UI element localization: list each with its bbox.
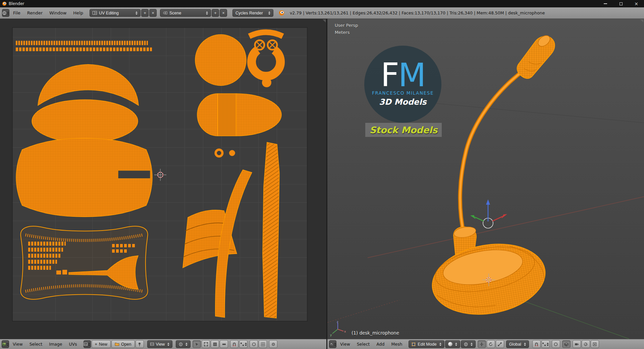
uv-pivot-dropdown[interactable] — [176, 340, 191, 348]
uv-proportional-edit-button[interactable] — [250, 340, 258, 348]
screen-layout-dropdown[interactable]: UV Editing — [90, 9, 141, 17]
dropdown-arrows-icon — [185, 343, 187, 346]
dropdown-arrows-icon — [206, 11, 208, 15]
uv-menu-image[interactable]: Image — [46, 341, 65, 348]
display-channel-dropdown[interactable]: View — [147, 340, 173, 348]
transform-orientation-dropdown[interactable]: Global — [506, 340, 529, 348]
dropdown-arrows-icon — [547, 343, 549, 346]
area-corner-grip[interactable] — [640, 19, 643, 22]
add-scene-button[interactable]: + — [212, 9, 219, 17]
view3d-editor-type-button[interactable] — [329, 340, 336, 348]
viewport-3d-area: User Persp Meters (1) desk_microphone F … — [326, 19, 644, 349]
uv-draw-other-objects-button[interactable] — [259, 340, 267, 348]
menu-help[interactable]: Help — [70, 9, 86, 16]
remove-layout-button[interactable]: × — [149, 9, 157, 17]
render-preview-button[interactable] — [582, 340, 590, 348]
menu-file[interactable]: File — [10, 9, 23, 16]
manipulator-translate-button[interactable] — [478, 340, 486, 348]
mode-dropdown[interactable]: Edit Mode — [409, 340, 444, 348]
close-button[interactable]: × — [629, 0, 644, 7]
open-image-button[interactable]: Open — [111, 340, 135, 348]
uv-selection-mode-face-button[interactable] — [211, 340, 219, 348]
snap-element-icon — [542, 342, 546, 346]
sticky-select-icon — [222, 342, 226, 346]
proportional-edit-button[interactable] — [552, 340, 560, 348]
new-image-button[interactable]: + New — [92, 340, 111, 348]
uv-island-cylinder-unwrap[interactable] — [197, 94, 281, 136]
translate-manipulator-icon — [480, 342, 484, 346]
v3d-menu-mesh[interactable]: Mesh — [388, 341, 405, 348]
area-corner-grip[interactable] — [323, 19, 326, 22]
screen-layout-icon — [93, 11, 97, 15]
magnet-icon — [535, 342, 538, 346]
add-layout-button[interactable]: + — [141, 9, 149, 17]
mode-value: Edit Mode — [418, 342, 436, 347]
render-engine-value: Cycles Render — [235, 11, 266, 15]
menu-window[interactable]: Window — [46, 9, 69, 16]
uv-render-size-button[interactable] — [269, 340, 277, 348]
v3d-menu-view[interactable]: View — [337, 341, 353, 348]
uv-menu-select[interactable]: Select — [26, 341, 46, 348]
render-engine-dropdown[interactable]: Cycles Render — [232, 9, 273, 17]
render-size-icon — [271, 342, 275, 346]
folder-icon — [115, 342, 119, 346]
dropdown-arrows-icon — [136, 11, 138, 15]
uv-selection-mode-vertex-button[interactable] — [202, 340, 210, 348]
remove-scene-button[interactable]: × — [220, 9, 227, 17]
render-opengl-icon — [593, 342, 597, 346]
pin-image-button[interactable] — [136, 340, 144, 348]
render-border-button[interactable] — [573, 340, 581, 348]
scene-value: Scene — [169, 11, 203, 15]
uv-snap-magnet-button[interactable] — [230, 340, 238, 348]
proportional-edit-icon — [554, 342, 558, 346]
uv-select-sync-button[interactable] — [193, 340, 201, 348]
menu-render[interactable]: Render — [24, 9, 46, 16]
uv-island-blade[interactable] — [263, 142, 279, 318]
shading-sphere-icon — [448, 342, 452, 346]
render-camera-icon — [575, 342, 579, 346]
dropdown-arrows-icon — [245, 343, 247, 346]
window-title: Blender — [9, 1, 24, 6]
limit-selection-visible-button[interactable] — [562, 340, 571, 348]
scene-dropdown[interactable]: Scene — [160, 9, 211, 17]
uv-sticky-select-button[interactable] — [220, 340, 228, 348]
fm-logo-letters: F M — [381, 62, 425, 89]
uv-island-circle[interactable] — [195, 35, 246, 86]
uv-menu-view[interactable]: View — [10, 341, 26, 348]
manipulator-rotate-button[interactable] — [487, 340, 495, 348]
magnet-icon — [232, 342, 236, 346]
display-channel-icon — [150, 343, 154, 346]
edit-mode-icon — [412, 342, 416, 346]
snap-magnet-button[interactable] — [532, 340, 541, 348]
fm-author-name: FRANCESCO MILANESE — [372, 90, 434, 96]
view-name-overlay: User Persp — [335, 23, 358, 28]
pivot-point-dropdown[interactable] — [461, 340, 476, 348]
uv-menu-uvs[interactable]: UVs — [66, 341, 80, 348]
uv-image-editor-area: View Select Image UVs + New Open View — [0, 19, 326, 349]
pivot-point-icon — [464, 342, 468, 346]
render-opengl-button[interactable] — [591, 340, 599, 348]
snap-element-button[interactable] — [541, 340, 550, 348]
uv-canvas-wrap — [0, 19, 326, 339]
uv-editor-header: View Select Image UVs + New Open View — [0, 339, 326, 349]
uv-editor-type-button[interactable] — [2, 340, 9, 348]
window-titlebar: Blender × — [0, 0, 644, 7]
fm-tagline: 3D Models — [379, 97, 426, 107]
maximize-icon — [620, 2, 623, 5]
uv-island-lens[interactable] — [32, 100, 138, 143]
maximize-button[interactable] — [613, 0, 629, 7]
v3d-menu-add[interactable]: Add — [373, 341, 387, 348]
v3d-menu-select[interactable]: Select — [354, 341, 373, 348]
browse-image-button[interactable] — [84, 340, 91, 348]
uv-canvas[interactable] — [0, 19, 326, 339]
rotate-manipulator-icon — [489, 342, 493, 346]
info-editor-type-button[interactable] — [2, 9, 9, 17]
dropdown-arrows-icon — [471, 343, 473, 346]
manipulator-scale-button[interactable] — [496, 340, 504, 348]
viewport-shading-dropdown[interactable] — [445, 340, 460, 348]
minimize-button[interactable] — [598, 0, 613, 7]
uv-island-barrel[interactable] — [16, 138, 152, 217]
uv-snap-element-button[interactable] — [239, 340, 248, 348]
scene-statistics: v2.79 | Verts:13,261/13,261 | Edges:26,4… — [290, 10, 545, 15]
select-sync-icon — [195, 342, 199, 346]
